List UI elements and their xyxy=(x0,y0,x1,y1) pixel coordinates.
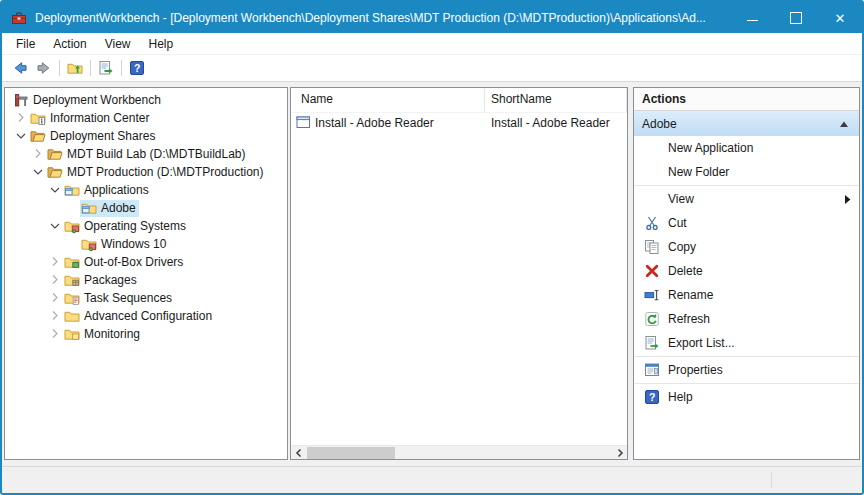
tree-item-content: Adobe xyxy=(80,200,139,217)
toolbar-separator xyxy=(59,60,60,76)
chevron-expanded-icon[interactable] xyxy=(46,217,63,235)
action-label: Properties xyxy=(668,363,723,377)
maximize-button[interactable] xyxy=(774,2,818,33)
list-item-shortname: Install - Adobe Reader xyxy=(485,116,627,130)
folder-app-icon xyxy=(81,200,97,216)
up-one-level-icon[interactable] xyxy=(63,57,87,79)
toolbar-separator xyxy=(90,60,91,76)
actions-group-label: Adobe xyxy=(642,117,839,131)
chevron-collapsed-icon[interactable] xyxy=(46,307,63,325)
tree-item-label: Windows 10 xyxy=(101,237,166,251)
tree-item-label: Packages xyxy=(84,273,137,287)
tree-item-information-center[interactable]: Information Center xyxy=(5,109,287,127)
chevron-collapsed-icon[interactable] xyxy=(46,271,63,289)
chevron-collapsed-icon[interactable] xyxy=(46,253,63,271)
actions-group-header[interactable]: Adobe xyxy=(634,111,859,136)
minimize-icon xyxy=(747,20,758,21)
tree-item-out-of-box-drivers[interactable]: Out-of-Box Drivers xyxy=(5,253,287,271)
folder-package-icon xyxy=(64,272,80,288)
forward-icon[interactable] xyxy=(32,57,56,79)
action-properties[interactable]: Properties xyxy=(634,358,859,382)
close-button[interactable]: ✕ xyxy=(818,2,862,33)
action-new-application[interactable]: New Application xyxy=(634,136,859,160)
title-bar: DeploymentWorkbench - [Deployment Workbe… xyxy=(2,2,862,33)
back-icon[interactable] xyxy=(8,57,32,79)
tree-item-monitoring[interactable]: Monitoring xyxy=(5,325,287,343)
scrollbar-thumb[interactable] xyxy=(307,447,395,459)
action-view[interactable]: View xyxy=(634,187,859,211)
tree-item-deployment-workbench[interactable]: Deployment Workbench xyxy=(5,91,287,109)
tree-item-mdt-build-lab-d-mdtbuildlab[interactable]: MDT Build Lab (D:\MDTBuildLab) xyxy=(5,145,287,163)
tree-item-deployment-shares[interactable]: Deployment Shares xyxy=(5,127,287,145)
scroll-left-icon[interactable] xyxy=(291,446,306,459)
chevron-collapsed-icon[interactable] xyxy=(46,289,63,307)
tree-item-content: Deployment Shares xyxy=(29,128,158,145)
tree-item-applications[interactable]: Applications xyxy=(5,181,287,199)
maximize-icon xyxy=(790,12,802,24)
menu-action[interactable]: Action xyxy=(44,34,95,54)
tree-item-operating-systems[interactable]: Operating Systems xyxy=(5,217,287,235)
action-label: Delete xyxy=(668,264,703,278)
window-title: DeploymentWorkbench - [Deployment Workbe… xyxy=(35,11,730,25)
chevron-collapsed-icon[interactable] xyxy=(46,325,63,343)
minimize-button[interactable] xyxy=(730,2,774,33)
folder-os-icon xyxy=(64,218,80,234)
chevron-collapsed-icon[interactable] xyxy=(12,109,29,127)
tree-indent xyxy=(63,235,80,253)
toolbar: ? xyxy=(2,55,862,82)
scroll-right-icon[interactable] xyxy=(612,446,627,459)
menu-help[interactable]: Help xyxy=(140,34,183,54)
folder-os-icon xyxy=(81,236,97,252)
folder-open-icon xyxy=(47,164,63,180)
rename-icon xyxy=(642,287,662,303)
tree-item-windows-10[interactable]: Windows 10 xyxy=(5,235,287,253)
tree-item-content: Deployment Workbench xyxy=(12,92,164,109)
tree-item-label: Deployment Shares xyxy=(50,129,155,143)
tree-item-content: Advanced Configuration xyxy=(63,308,215,325)
menu-file[interactable]: File xyxy=(7,34,44,54)
action-cut[interactable]: Cut xyxy=(634,211,859,235)
action-label: Export List... xyxy=(668,336,735,350)
status-bar-separator xyxy=(771,472,772,488)
tree-item-task-sequences[interactable]: Task Sequences xyxy=(5,289,287,307)
collapse-group-icon[interactable] xyxy=(839,117,849,131)
chevron-expanded-icon[interactable] xyxy=(46,181,63,199)
action-rename[interactable]: Rename xyxy=(634,283,859,307)
export-list-icon xyxy=(642,335,662,351)
tree-item-packages[interactable]: Packages xyxy=(5,271,287,289)
tree-item-label: Monitoring xyxy=(84,327,140,341)
action-refresh[interactable]: Refresh xyxy=(634,307,859,331)
folder-app-icon xyxy=(64,182,80,198)
tree-item-advanced-configuration[interactable]: Advanced Configuration xyxy=(5,307,287,325)
action-delete[interactable]: Delete xyxy=(634,259,859,283)
actions-pane-title: Actions xyxy=(634,88,859,111)
menu-view[interactable]: View xyxy=(96,34,140,54)
action-export-list[interactable]: Export List... xyxy=(634,331,859,355)
export-list-toolbar-icon[interactable] xyxy=(94,57,118,79)
action-help[interactable]: ?Help xyxy=(634,385,859,409)
tree-item-adobe[interactable]: Adobe xyxy=(5,199,287,217)
actions-separator xyxy=(634,383,859,384)
action-label: New Folder xyxy=(668,165,729,179)
chevron-collapsed-icon[interactable] xyxy=(29,145,46,163)
menu-bar: File Action View Help xyxy=(2,33,862,55)
main-area: Deployment WorkbenchInformation CenterDe… xyxy=(2,82,862,466)
tree-item-content: Monitoring xyxy=(63,326,143,343)
chevron-expanded-icon[interactable] xyxy=(29,163,46,181)
tree-item-label: MDT Production (D:\MDTProduction) xyxy=(67,165,264,179)
action-new-folder[interactable]: New Folder xyxy=(634,160,859,184)
horizontal-scrollbar[interactable] xyxy=(291,445,627,459)
column-header-name[interactable]: Name xyxy=(291,88,485,112)
tree-item-mdt-production-d-mdtproduction[interactable]: MDT Production (D:\MDTProduction) xyxy=(5,163,287,181)
toolbox-icon xyxy=(11,10,27,26)
column-header-shortname[interactable]: ShortName xyxy=(485,88,627,112)
action-label: Help xyxy=(668,390,693,404)
action-label: New Application xyxy=(668,141,753,155)
svg-text:?: ? xyxy=(649,391,655,403)
action-copy[interactable]: Copy xyxy=(634,235,859,259)
help-toolbar-icon[interactable]: ? xyxy=(125,57,149,79)
list-row[interactable]: Install - Adobe Reader Install - Adobe R… xyxy=(291,113,627,132)
copy-icon xyxy=(642,239,662,255)
folder-info-icon xyxy=(30,110,46,126)
chevron-expanded-icon[interactable] xyxy=(12,127,29,145)
